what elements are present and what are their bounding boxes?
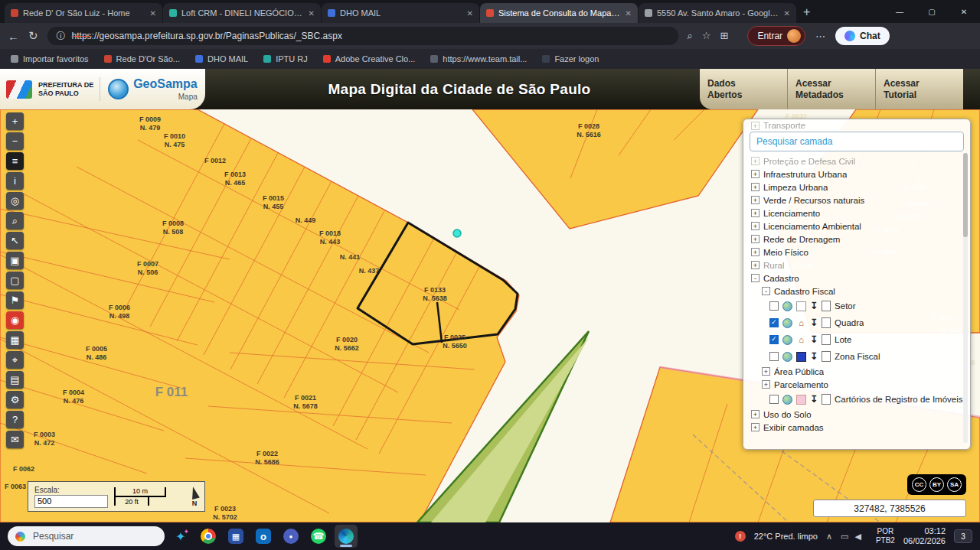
tray-alert-icon[interactable]: !: [735, 531, 746, 542]
layer-search-input[interactable]: [750, 132, 964, 151]
layer-checkbox[interactable]: [769, 352, 779, 361]
display-tray-icon[interactable]: ▭: [841, 532, 848, 541]
acessar-tutorial-button[interactable]: AcessarTutorial: [875, 69, 963, 109]
taskbar-app-edge[interactable]: [335, 525, 358, 548]
collapse-icon[interactable]: -: [751, 274, 760, 282]
entrar-button[interactable]: Entrar: [747, 26, 805, 46]
collections-icon[interactable]: ⊞: [720, 30, 729, 41]
expand-icon[interactable]: +: [751, 157, 760, 165]
download-icon[interactable]: ↧: [810, 394, 818, 405]
browser-tab[interactable]: 5550 Av. Santo Amaro - Google...✕: [639, 3, 796, 23]
download-icon[interactable]: ↧: [810, 351, 818, 362]
map-area[interactable]: F 0009N. 479F 0010N. 475F 0012F 0013N. 4…: [0, 109, 980, 522]
layer-tree-row[interactable]: +Rede de Drenagem: [750, 233, 964, 246]
tray-expand-icon[interactable]: ∧: [826, 532, 832, 542]
tool-add-point[interactable]: ⌖: [6, 351, 24, 369]
bookmark-item[interactable]: Rede D'Or São...: [104, 54, 180, 63]
layer-tree-row[interactable]: +Verde / Recursos naturais: [750, 194, 964, 207]
layer-checkbox[interactable]: [769, 335, 779, 344]
taskbar-app-chrome[interactable]: [197, 525, 220, 548]
license-badge[interactable]: CC BY SA: [907, 474, 966, 495]
bookmark-item[interactable]: Adobe Creative Clo...: [323, 54, 416, 63]
tool-contact[interactable]: ✉: [6, 431, 24, 448]
expand-icon[interactable]: +: [751, 423, 760, 431]
metadata-doc-icon[interactable]: [822, 394, 831, 405]
tool-measure[interactable]: ▦: [6, 331, 24, 349]
metadata-doc-icon[interactable]: [822, 334, 831, 345]
browser-tab[interactable]: DHO MAIL✕: [322, 3, 479, 23]
expand-icon[interactable]: +: [751, 222, 760, 230]
expand-icon[interactable]: +: [751, 248, 760, 256]
metadata-doc-icon[interactable]: [822, 301, 831, 311]
globe-icon[interactable]: [782, 352, 792, 362]
taskbar-app-outlook[interactable]: o: [252, 525, 275, 548]
download-icon[interactable]: ↧: [810, 301, 818, 311]
panel-scrollbar-thumb[interactable]: [963, 153, 968, 237]
zoom-page-icon[interactable]: ⌕: [688, 30, 693, 41]
layer-tree-row[interactable]: +Área Pública: [750, 365, 964, 378]
tool-basemap[interactable]: ▢: [6, 272, 24, 289]
expand-icon[interactable]: +: [751, 170, 760, 178]
weather-text[interactable]: 22°C Pred. limpo: [754, 532, 818, 541]
layer-tree-row[interactable]: ⌂↧Quadra: [750, 314, 964, 331]
acessar-metadados-button[interactable]: AcessarMetadados: [787, 69, 875, 109]
layer-tree-row[interactable]: ↧Zona Fiscal: [750, 348, 964, 365]
close-button[interactable]: ✕: [948, 8, 980, 16]
taskbar-app-store[interactable]: ▦: [224, 525, 247, 548]
bookmark-item[interactable]: https://www.team.tail...: [430, 54, 527, 63]
globe-icon[interactable]: [782, 318, 792, 328]
tab-close-icon[interactable]: ✕: [467, 9, 473, 18]
metadata-doc-icon[interactable]: [822, 317, 831, 328]
site-info-icon[interactable]: ⓘ: [57, 30, 66, 43]
layer-tree-row[interactable]: +Proteção e Defesa Civil: [750, 155, 964, 168]
tool-identify[interactable]: ◉: [6, 311, 24, 329]
layer-tree-row[interactable]: +Licenciamento Ambiental: [750, 220, 964, 233]
dados-abertos-button[interactable]: DadosAbertos: [700, 69, 787, 109]
layer-tree-row[interactable]: +Infraestrutura Urbana: [750, 168, 964, 181]
notification-badge[interactable]: 3: [954, 529, 972, 543]
new-tab-button[interactable]: +: [803, 6, 810, 18]
layer-checkbox[interactable]: [769, 395, 779, 404]
minimize-button[interactable]: —: [884, 8, 916, 16]
tool-zoom-out[interactable]: −: [6, 132, 24, 150]
back-icon[interactable]: ←: [8, 30, 19, 43]
tab-close-icon[interactable]: ✕: [784, 9, 790, 18]
taskbar-search-input[interactable]: [31, 530, 149, 542]
expand-icon[interactable]: +: [751, 410, 760, 418]
expand-icon[interactable]: +: [751, 209, 760, 217]
expand-icon[interactable]: +: [751, 196, 760, 204]
bookmark-item[interactable]: DHO MAIL: [195, 54, 248, 63]
browser-tab[interactable]: Loft CRM - DINELI NEGÓCIOS IM...✕: [163, 3, 321, 23]
taskbar-app-whatsapp[interactable]: ☎: [307, 525, 330, 548]
layer-tree-row[interactable]: +Limpeza Urbana: [750, 181, 964, 194]
expand-icon[interactable]: +: [751, 122, 760, 130]
tool-layers[interactable]: ≡: [6, 152, 24, 170]
expand-icon[interactable]: +: [762, 367, 770, 376]
geosampa-logo[interactable]: GeoSampa Mapa: [100, 77, 198, 101]
taskbar-app-meet[interactable]: ●: [279, 525, 302, 548]
chat-button[interactable]: Chat: [835, 27, 890, 45]
layer-tree-row[interactable]: +Uso do Solo: [750, 408, 964, 421]
bookmark-item[interactable]: Fazer logon: [542, 54, 599, 63]
layer-tree-row[interactable]: ↧Cartórios de Registro de Imóveis: [750, 391, 964, 408]
layer-tree-row[interactable]: +Meio Físico: [750, 246, 964, 259]
copilot-icon[interactable]: ✦✦: [172, 529, 190, 544]
download-icon[interactable]: ↧: [810, 317, 818, 328]
layer-checkbox[interactable]: [769, 318, 779, 327]
maximize-button[interactable]: ▢: [916, 8, 948, 16]
tool-info[interactable]: i: [6, 172, 24, 190]
tool-help[interactable]: ?: [6, 411, 24, 428]
layer-tree-row[interactable]: + Transporte: [750, 121, 964, 130]
tool-street-view[interactable]: ⚑: [6, 291, 24, 309]
bookmark-item[interactable]: Importar favoritos: [11, 54, 89, 63]
browser-tab[interactable]: Sistema de Consulta do Mapa D...✕: [480, 3, 638, 23]
browser-tab[interactable]: Rede D' Or São Luiz - Home✕: [5, 3, 162, 23]
map-marker[interactable]: [453, 229, 461, 237]
tool-settings[interactable]: ⚙: [6, 391, 24, 408]
collapse-icon[interactable]: -: [762, 287, 770, 295]
tool-zoom-in[interactable]: +: [6, 112, 24, 130]
tool-print[interactable]: ▤: [6, 371, 24, 389]
volume-tray-icon[interactable]: ◀: [854, 532, 861, 541]
layer-tree-row[interactable]: -Cadastro: [750, 272, 964, 285]
scale-input[interactable]: [34, 495, 108, 508]
